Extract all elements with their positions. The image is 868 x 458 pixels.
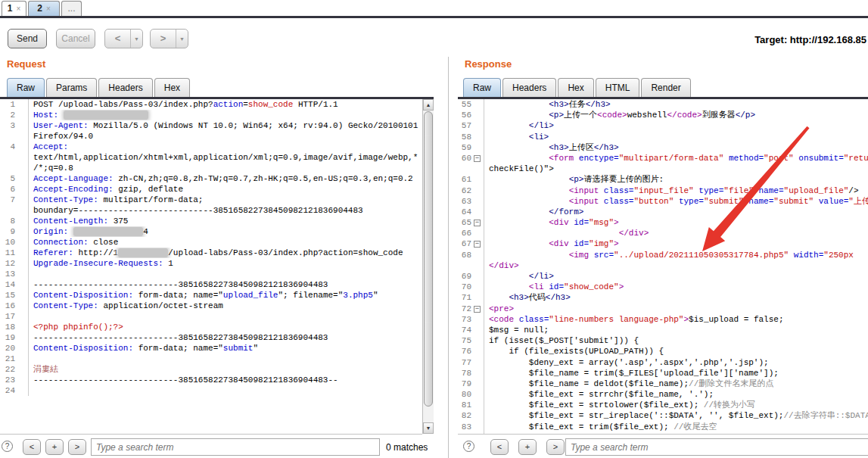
chevron-down-icon[interactable]: ▼: [176, 30, 188, 48]
code-line: 78 $file_name = trim($_FILES['upload_fil…: [458, 368, 868, 379]
code-line: 18<?php phpinfo();?>: [0, 322, 422, 332]
line-number: 60: [458, 153, 471, 164]
tab-label: ...: [67, 3, 75, 14]
code-line: 3User-Agent: Mozilla/5.0 (Windows NT 10.…: [0, 120, 422, 131]
line-number: 80: [458, 389, 471, 400]
line-number: 79: [458, 379, 471, 389]
response-tab-hex[interactable]: Hex: [558, 78, 593, 97]
line-number: 56: [458, 110, 471, 120]
line-number: 13: [0, 269, 15, 279]
request-scrollbar[interactable]: ▲ ▼: [422, 99, 434, 434]
code-line: checkFile()">: [458, 164, 868, 174]
repeater-tab-more[interactable]: ...: [61, 1, 82, 16]
response-tab-render[interactable]: Render: [641, 78, 690, 97]
fold-toggle-icon[interactable]: −: [474, 306, 481, 313]
line-number: 7: [0, 195, 15, 205]
fold-toggle-icon[interactable]: −: [474, 155, 481, 162]
search-prev-button[interactable]: <: [23, 439, 41, 455]
tab-label: 2: [37, 3, 42, 14]
code-line: 83 $file_ext = trim($file_ext); //收尾去空: [458, 422, 868, 432]
search-input[interactable]: [565, 438, 868, 456]
code-line: 77 $deny_ext = array('.asp','.aspx','.ph…: [458, 357, 868, 368]
fold-toggle-icon[interactable]: −: [474, 241, 481, 248]
send-button[interactable]: Send: [8, 29, 47, 48]
code-line: 84: [458, 432, 868, 435]
line-number: 17: [0, 311, 15, 322]
code-line: 76 if (file_exists(UPLOAD_PATH)) {: [458, 346, 868, 357]
search-input[interactable]: [91, 438, 380, 456]
code-line: 1POST /upload-labs/Pass-03/index.php?act…: [0, 99, 422, 110]
scroll-down-icon[interactable]: ▼: [423, 422, 434, 434]
code-line: text/html,application/xhtml+xml,applicat…: [0, 152, 422, 163]
request-editor[interactable]: 1POST /upload-labs/Pass-03/index.php?act…: [0, 99, 422, 435]
search-prev-button[interactable]: <: [490, 439, 509, 455]
repeater-tab-2[interactable]: 2×: [28, 1, 60, 16]
code-line: 73<code class="line-numbers language-php…: [458, 314, 868, 325]
help-icon[interactable]: ?: [2, 441, 13, 452]
target-label: Target: http://192.168.85: [754, 34, 866, 45]
line-number: 76: [458, 346, 471, 357]
line-number: 67: [458, 238, 471, 249]
response-tab-raw[interactable]: Raw: [463, 78, 501, 97]
chevron-right-icon[interactable]: >: [151, 30, 176, 48]
search-next-button[interactable]: >: [546, 439, 565, 455]
line-number: 20: [0, 343, 15, 354]
search-next-button[interactable]: >: [68, 439, 86, 455]
request-tab-params[interactable]: Params: [46, 78, 97, 97]
chevron-left-icon[interactable]: <: [105, 30, 130, 48]
line-number: 74: [458, 325, 471, 335]
code-line: 4Accept:: [0, 142, 422, 152]
search-plus-button[interactable]: +: [45, 439, 64, 455]
line-number: 16: [0, 301, 15, 311]
fold-toggle-icon[interactable]: −: [474, 220, 481, 226]
request-tab-raw[interactable]: Raw: [7, 78, 45, 97]
code-line: 14-----------------------------385165822…: [0, 279, 422, 290]
code-line: 2Host:: [0, 110, 422, 120]
response-tab-headers[interactable]: Headers: [502, 78, 556, 97]
code-line: 79 $file_name = deldot($file_name);//删除文…: [458, 379, 868, 389]
history-forward-button[interactable]: > ▼: [150, 29, 188, 48]
scrollbar-thumb[interactable]: [424, 111, 433, 407]
line-number: 22: [0, 364, 15, 375]
response-tab-html[interactable]: HTML: [596, 78, 640, 97]
code-line: 61 <p>请选择要上传的图片:: [458, 174, 868, 185]
code-line: 68 <img src="../upload/20211105030531778…: [458, 250, 868, 260]
line-number: 72: [458, 304, 471, 314]
line-number: 14: [0, 279, 15, 290]
code-line: 6Accept-Encoding: gzip, deflate: [0, 184, 422, 195]
close-icon[interactable]: ×: [46, 5, 51, 13]
line-number: 19: [0, 332, 15, 343]
code-line: 11Referer: http://1 /upload-labs/Pass-03…: [0, 248, 422, 258]
line-number: 65: [458, 217, 471, 228]
line-number: 58: [458, 132, 471, 142]
line-number: 1: [0, 99, 15, 110]
code-line: 80 $file_ext = strrchr($file_name, '.');: [458, 389, 868, 400]
panel-splitter[interactable]: [448, 57, 449, 458]
code-line: 57 </li>: [458, 120, 868, 131]
code-line: 65− <div id="msg">: [458, 217, 868, 228]
line-number: 68: [458, 250, 471, 260]
cancel-button[interactable]: Cancel: [56, 29, 95, 48]
tab-strip-divider: [0, 16, 868, 18]
code-line: 62 <input class="input_file" type="file"…: [458, 185, 868, 196]
line-number: 63: [458, 196, 471, 207]
history-back-button[interactable]: < ▼: [104, 29, 143, 48]
help-icon[interactable]: ?: [463, 441, 474, 452]
close-icon[interactable]: ×: [16, 5, 20, 13]
code-line: 56 <p>上传一个<code>webshell</code>到服务器</p>: [458, 110, 868, 120]
code-line: boundary=---------------------------3851…: [0, 205, 422, 216]
line-number: 75: [458, 335, 471, 346]
response-editor[interactable]: 55 <h3>任务</h3>56 <p>上传一个<code>webshell</…: [458, 99, 868, 435]
code-line: 63 <input class="button" type="submit" n…: [458, 196, 868, 207]
search-plus-button[interactable]: +: [518, 439, 537, 455]
repeater-tab-1[interactable]: 1×: [2, 1, 26, 16]
line-number: 55: [458, 99, 471, 110]
chevron-down-icon[interactable]: ▼: [130, 30, 142, 48]
line-number: 18: [0, 322, 15, 332]
request-tab-headers[interactable]: Headers: [98, 78, 152, 97]
request-tab-hex[interactable]: Hex: [154, 78, 190, 97]
code-line: 55 <h3>任务</h3>: [458, 99, 868, 110]
code-line: 59 <h3>上传区</h3>: [458, 142, 868, 153]
scroll-up-icon[interactable]: ▲: [423, 99, 434, 111]
line-number: 4: [0, 142, 15, 152]
